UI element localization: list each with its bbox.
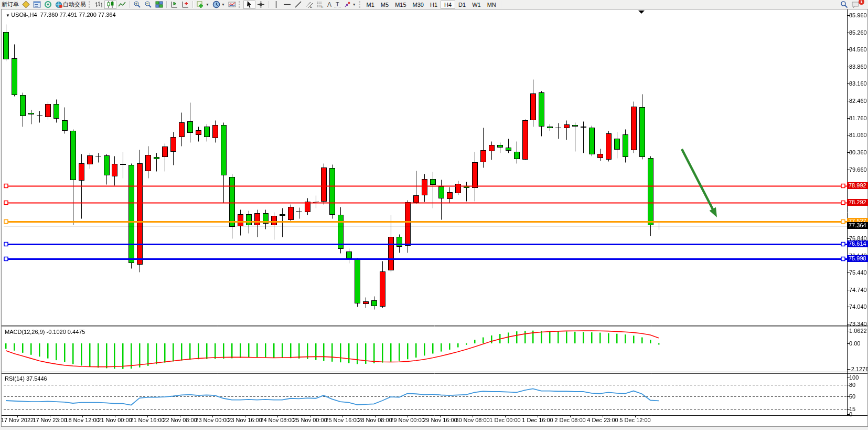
fibonacci-tool-button[interactable]: F <box>315 1 326 9</box>
price-axis-label: 75.440 <box>849 269 867 276</box>
price-axis-label: 81.060 <box>849 132 867 138</box>
trendline-tool-button[interactable] <box>293 1 304 9</box>
zoom-in-icon <box>133 1 141 8</box>
timeframe-button-m15[interactable]: M15 <box>392 1 409 9</box>
timeframe-button-h1[interactable]: H1 <box>427 1 441 9</box>
rsi-axis-label: 100 <box>849 374 859 381</box>
chat-bubble-icon <box>851 1 859 8</box>
price-badge[interactable]: 78.292 <box>847 199 868 206</box>
macd-axis-label: 1.0622 <box>849 328 867 334</box>
period-button[interactable]: ▼ <box>211 1 227 9</box>
dropdown-caret-icon: ▼ <box>206 3 209 6</box>
time-axis-label: 1 Dec 00:00 <box>489 417 520 423</box>
price-badge[interactable]: 75.998 <box>847 255 868 262</box>
line-chart-type-button[interactable] <box>116 1 127 9</box>
market-watch-icon <box>22 1 30 8</box>
new-order-button[interactable]: 新订单 <box>0 1 20 9</box>
timeframe-button-m1[interactable]: M1 <box>363 1 378 9</box>
chart-canvas[interactable] <box>2 9 867 426</box>
template-icon <box>228 1 236 8</box>
price-badge[interactable]: 76.614 <box>847 240 868 247</box>
toolbar-separator <box>268 1 269 8</box>
time-axis-label: 25 Nov 00:00 <box>293 417 327 423</box>
text-label-tool-button[interactable]: T <box>333 1 342 9</box>
channel-tool-button[interactable]: E <box>304 1 315 9</box>
chart-add-icon <box>181 1 189 8</box>
vertical-line-tool-button[interactable] <box>271 1 282 9</box>
chat-unread-badge: 1 <box>859 0 864 5</box>
cursor-icon <box>245 1 253 8</box>
strategy-tester-button[interactable] <box>169 1 180 9</box>
new-order-label: 新订单 <box>2 1 19 8</box>
price-axis-label: 83.160 <box>849 80 867 87</box>
time-axis-label: 5 Dec 12:00 <box>619 417 650 423</box>
template-button[interactable] <box>227 1 238 9</box>
time-axis-label: 1 Dec 16:00 <box>522 417 553 423</box>
new-chart-button[interactable] <box>180 1 191 9</box>
navigator-button[interactable] <box>42 1 53 9</box>
chart-title: ▼ USOil-,H4 77.360 77.491 77.200 77.364 <box>6 12 116 18</box>
macd-axis-label: -2.1276 <box>849 366 868 372</box>
toolbar: 新订单 自动交易 ▼ ▼ E F A T ▼ M1M5M15M30H1H4D1W… <box>0 0 868 9</box>
price-axis-label: 80.360 <box>849 149 867 155</box>
crosshair-tool-button[interactable] <box>255 1 266 9</box>
rsi-axis-label: 80 <box>849 382 855 388</box>
horizontal-line-icon <box>283 1 291 8</box>
toolbar-separator <box>166 1 167 8</box>
cursor-tool-button[interactable] <box>243 1 255 9</box>
timeframe-button-mn[interactable]: MN <box>484 1 499 9</box>
chat-button[interactable]: 1 <box>850 1 861 9</box>
symbol-dropdown-icon[interactable]: ▼ <box>6 13 11 18</box>
price-axis-label: 73.340 <box>849 321 867 327</box>
trendline-icon <box>294 1 302 8</box>
indicator-plus-icon <box>197 1 205 8</box>
auto-trading-icon <box>55 1 63 8</box>
timeframe-button-d1[interactable]: D1 <box>455 1 469 9</box>
price-badge[interactable]: 78.992 <box>847 182 868 189</box>
ohlc-values: 77.360 77.491 77.200 77.364 <box>40 12 116 18</box>
toolbar-separator <box>501 1 502 8</box>
zoom-out-icon <box>144 1 152 8</box>
arrows-tool-button[interactable]: ▼ <box>342 1 358 9</box>
time-axis-label: 23 Nov 16:00 <box>228 417 262 423</box>
vertical-line-icon <box>272 1 280 8</box>
macd-axis-label: 0.00 <box>849 340 860 347</box>
timeframe-button-m30[interactable]: M30 <box>410 1 427 9</box>
bar-chart-type-button[interactable] <box>93 1 104 9</box>
price-axis-label: 74.040 <box>849 303 867 310</box>
timeframe-button-w1[interactable]: W1 <box>469 1 484 9</box>
text-a-icon: A <box>327 1 331 8</box>
price-axis-label: 85.960 <box>849 12 867 18</box>
timeframe-button-m5[interactable]: M5 <box>378 1 392 9</box>
candlestick-chart-type-button[interactable] <box>104 1 116 9</box>
text-tool-button[interactable]: A <box>326 1 333 9</box>
macd-indicator-label: MACD(12,26,9) -0.1020 0.4475 <box>5 329 85 335</box>
svg-text:F: F <box>322 5 324 8</box>
arrows-icon <box>344 1 351 8</box>
market-watch-button[interactable] <box>20 1 31 9</box>
text-t-icon: T <box>335 1 340 8</box>
mt4-window: 新订单 自动交易 ▼ ▼ E F A T ▼ M1M5M15M30H1H4D1W… <box>0 0 868 430</box>
price-badge[interactable]: 77.364 <box>847 222 868 229</box>
time-axis-label: 30 Nov 08:00 <box>455 417 489 423</box>
price-axis-label: 83.860 <box>849 64 867 70</box>
toolbar-grip <box>89 1 92 8</box>
zoom-out-button[interactable] <box>143 1 154 9</box>
timeframe-button-h4[interactable]: H4 <box>441 1 455 9</box>
rsi-axis-label: 50 <box>849 393 855 400</box>
chart-window: ▼ USOil-,H4 77.360 77.491 77.200 77.364 … <box>1 9 868 427</box>
fibonacci-icon: F <box>316 1 324 8</box>
horizontal-line-tool-button[interactable] <box>282 1 293 9</box>
add-indicator-button[interactable]: ▼ <box>195 1 211 9</box>
price-axis-label: 84.560 <box>849 46 867 53</box>
time-axis-label: 29 Nov 00:00 <box>390 417 424 423</box>
tile-windows-button[interactable] <box>154 1 165 9</box>
search-button[interactable] <box>839 1 850 9</box>
price-axis-label: 79.660 <box>849 166 867 173</box>
toolbar-separator <box>192 1 194 8</box>
navigator-icon <box>44 1 52 8</box>
zoom-in-button[interactable] <box>132 1 143 9</box>
toolbar-grip <box>239 1 242 8</box>
data-window-button[interactable] <box>31 1 42 9</box>
auto-trading-button[interactable]: 自动交易 <box>53 1 88 9</box>
